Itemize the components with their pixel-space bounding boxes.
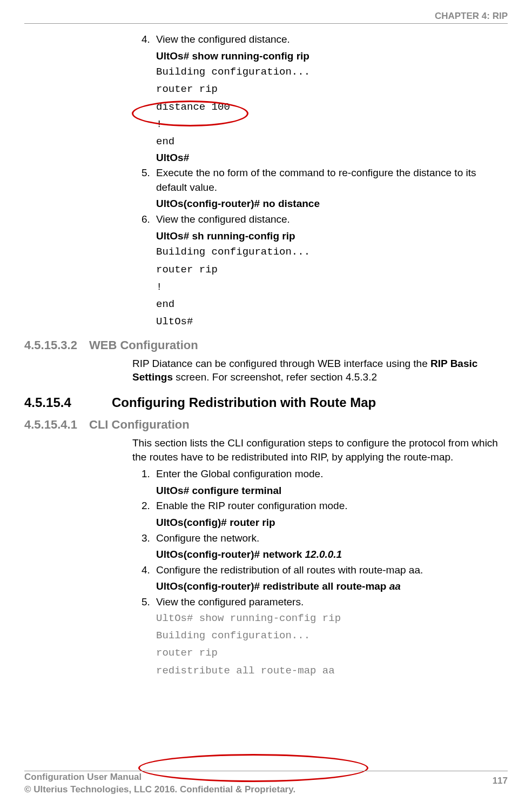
page-number: 117	[493, 776, 508, 786]
step-4: Configure the redistribution of all rout…	[153, 563, 508, 594]
step-5: Execute the no form of the command to re…	[153, 166, 508, 211]
cli-output: router rip	[156, 644, 508, 662]
cli-output-highlighted: redistribute all route-map aa	[156, 662, 508, 679]
cli-output: !	[156, 116, 508, 133]
footer-copyright: © Ulterius Technologies, LLC 2016. Confi…	[24, 784, 295, 796]
cli-command: UltOs# sh running-config rip	[156, 229, 508, 244]
step-4: View the configured distance. UltOs# sho…	[153, 32, 508, 165]
paragraph-web-config: RIP Diatance can be configured through W…	[132, 357, 508, 384]
footer-title: Configuration User Manual	[24, 771, 295, 784]
cli-command: UltOs(config-router)# redistribute all r…	[156, 579, 508, 594]
cli-command: UltOs# show running-config rip	[156, 49, 508, 64]
chapter-header: CHAPTER 4: RIP	[435, 11, 508, 22]
page-content: View the configured distance. UltOs# sho…	[24, 32, 508, 680]
cli-command: UltOs# configure terminal	[156, 484, 508, 498]
step-3: Configure the network. UltOs(config-rout…	[153, 531, 508, 562]
step-text: Configure the redistribution of all rout…	[156, 564, 423, 576]
step-text: View the configured parameters.	[156, 596, 304, 607]
heading-cli-config: 4.5.15.4.1 CLI Configuration	[24, 418, 508, 432]
cli-output: !	[156, 278, 508, 296]
step-1: Enter the Global configuration mode. Ult…	[153, 467, 508, 498]
heading-title: Configuring Redistribution with Route Ma…	[112, 395, 376, 410]
cli-output: UltOs#	[156, 313, 508, 330]
cli-arg: 12.0.0.1	[305, 549, 342, 560]
paragraph-cli-intro: This section lists the CLI configuration…	[132, 436, 508, 464]
heading-number: 4.5.15.4.1	[24, 418, 89, 432]
cli-output: router rip	[156, 261, 508, 278]
step-text: Execute the no form of the command to re…	[156, 167, 476, 193]
footer-left: Configuration User Manual © Ulterius Tec…	[24, 771, 295, 796]
section-b-steps: Enter the Global configuration mode. Ult…	[132, 467, 508, 679]
cli-output: Building configuration...	[156, 627, 508, 644]
step-2: Enable the RIP router configuration mode…	[153, 499, 508, 530]
cli-command: UltOs(config-router)# network 12.0.0.1	[156, 547, 508, 562]
step-text: Enter the Global configuration mode.	[156, 468, 323, 479]
cli-output: router rip	[156, 81, 508, 98]
heading-number: 4.5.15.4	[24, 395, 112, 410]
cli-output: end	[156, 133, 508, 150]
text: screen. For screenshot, refer section 4.…	[173, 371, 377, 383]
cli-output: end	[156, 296, 508, 313]
cli-output: Building configuration...	[156, 63, 508, 81]
step-6: View the configured distance. UltOs# sh …	[153, 212, 508, 331]
section-a-steps: View the configured distance. UltOs# sho…	[132, 32, 508, 331]
heading-title: WEB Configuration	[89, 338, 198, 352]
heading-web-config: 4.5.15.3.2 WEB Configuration	[24, 338, 508, 352]
cli-output: UltOs# show running-config rip	[156, 610, 508, 627]
cli-command: UltOs(config-router)# no distance	[156, 197, 508, 211]
header-divider	[24, 23, 508, 24]
heading-number: 4.5.15.3.2	[24, 338, 89, 352]
document-page: CHAPTER 4: RIP View the configured dista…	[0, 0, 532, 808]
heading-redistribution: 4.5.15.4 Configuring Redistribution with…	[24, 395, 508, 410]
step-text: View the configured distance.	[156, 213, 290, 225]
text: RIP Diatance can be configured through W…	[132, 358, 430, 369]
step-text: Configure the network.	[156, 532, 259, 544]
cli-prompt: UltOs#	[156, 151, 508, 165]
cli-command: UltOs(config)# router rip	[156, 516, 508, 530]
step-5: View the configured parameters. UltOs# s…	[153, 595, 508, 679]
cli-output-highlighted: distance 100	[156, 98, 508, 116]
step-text: Enable the RIP router configuration mode…	[156, 500, 348, 511]
cli-output: Building configuration...	[156, 243, 508, 261]
step-text: View the configured distance.	[156, 34, 290, 45]
cli-arg: aa	[389, 580, 401, 592]
heading-title: CLI Configuration	[89, 418, 190, 432]
